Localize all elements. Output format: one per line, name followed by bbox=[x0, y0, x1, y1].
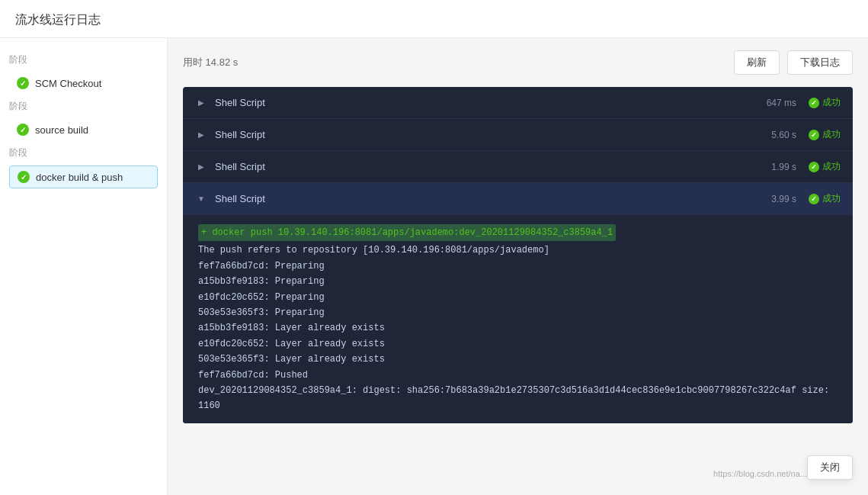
script-time-2: 5.60 s bbox=[771, 130, 796, 140]
toggle-icon-2: ▶ bbox=[195, 129, 207, 141]
log-line-3: a15bb3fe9183: Preparing bbox=[198, 274, 838, 289]
script-time-3: 1.99 s bbox=[771, 162, 796, 172]
sidebar-section-2: 阶段 source build bbox=[9, 100, 158, 140]
status-dot-3 bbox=[809, 162, 819, 172]
check-icon-3 bbox=[18, 171, 30, 183]
main-layout: 阶段 SCM Checkout 阶段 source build 阶段 docke… bbox=[0, 38, 868, 495]
script-name-4: Shell Script bbox=[215, 193, 771, 204]
download-log-button[interactable]: 下载日志 bbox=[787, 50, 853, 75]
log-line-4: e10fdc20c652: Preparing bbox=[198, 290, 838, 305]
status-badge-3: 成功 bbox=[809, 160, 841, 173]
check-icon-2 bbox=[17, 124, 29, 136]
log-line-1: The push refers to repository [10.39.140… bbox=[198, 243, 838, 258]
script-time-1: 647 ms bbox=[767, 98, 796, 108]
script-name-2: Shell Script bbox=[215, 129, 771, 140]
log-line-5: 503e53e365f3: Preparing bbox=[198, 305, 838, 320]
content-header: 用时 14.82 s 刷新 下载日志 bbox=[183, 50, 853, 75]
sidebar-item-label-2: source build bbox=[35, 124, 88, 136]
status-badge-1: 成功 bbox=[809, 96, 841, 109]
log-line-2: fef7a66bd7cd: Preparing bbox=[198, 259, 838, 274]
time-info: 用时 14.82 s bbox=[183, 56, 238, 69]
status-text-2: 成功 bbox=[822, 128, 841, 141]
sidebar: 阶段 SCM Checkout 阶段 source build 阶段 docke… bbox=[0, 38, 168, 495]
log-line-9: fef7a66bd7cd: Pushed bbox=[198, 368, 838, 383]
sidebar-section-3: 阶段 docker build & push bbox=[9, 146, 158, 188]
script-row-3[interactable]: ▶ Shell Script 1.99 s 成功 bbox=[183, 151, 853, 183]
stage-label-1: 阶段 bbox=[9, 53, 158, 66]
status-text-4: 成功 bbox=[822, 192, 841, 205]
toggle-icon-3: ▶ bbox=[195, 161, 207, 173]
script-time-4: 3.99 s bbox=[771, 194, 796, 204]
script-name-1: Shell Script bbox=[215, 97, 767, 108]
script-name-3: Shell Script bbox=[215, 161, 771, 172]
sidebar-item-docker-build-push[interactable]: docker build & push bbox=[9, 166, 158, 188]
script-row-4[interactable]: ▼ Shell Script 3.99 s 成功 bbox=[183, 183, 853, 215]
stage-label-2: 阶段 bbox=[9, 100, 158, 113]
status-text-3: 成功 bbox=[822, 160, 841, 173]
sidebar-item-label-3: docker build & push bbox=[36, 172, 123, 183]
log-line-0: + docker push 10.39.140.196:8081/apps/ja… bbox=[198, 224, 616, 241]
log-line-8: 503e53e365f3: Layer already exists bbox=[198, 352, 838, 367]
refresh-button[interactable]: 刷新 bbox=[734, 50, 780, 75]
stage-label-3: 阶段 bbox=[9, 146, 158, 159]
sidebar-item-label: SCM Checkout bbox=[35, 78, 101, 89]
status-dot-1 bbox=[809, 98, 819, 108]
log-line-10: dev_20201129084352_c3859a4_1: digest: sh… bbox=[198, 383, 838, 414]
log-line-7: e10fdc20c652: Layer already exists bbox=[198, 336, 838, 352]
script-row-2[interactable]: ▶ Shell Script 5.60 s 成功 bbox=[183, 119, 853, 151]
status-badge-4: 成功 bbox=[809, 192, 841, 205]
page-header: 流水线运行日志 bbox=[0, 0, 868, 38]
toggle-icon-1: ▶ bbox=[195, 97, 207, 109]
status-dot-2 bbox=[809, 130, 819, 140]
header-buttons: 刷新 下载日志 bbox=[734, 50, 853, 75]
watermark: https://blog.csdn.net/na... bbox=[713, 469, 807, 478]
check-icon bbox=[17, 77, 29, 89]
toggle-icon-4: ▼ bbox=[195, 193, 207, 205]
status-text-1: 成功 bbox=[822, 96, 841, 109]
log-output: + docker push 10.39.140.196:8081/apps/ja… bbox=[183, 215, 853, 423]
status-badge-2: 成功 bbox=[809, 128, 841, 141]
close-button[interactable]: 关闭 bbox=[807, 455, 853, 480]
script-row-1[interactable]: ▶ Shell Script 647 ms 成功 bbox=[183, 87, 853, 119]
status-dot-4 bbox=[809, 194, 819, 204]
log-line-6: a15bb3fe9183: Layer already exists bbox=[198, 320, 838, 336]
sidebar-section-1: 阶段 SCM Checkout bbox=[9, 53, 158, 94]
sidebar-item-scm-checkout[interactable]: SCM Checkout bbox=[9, 72, 158, 94]
page-title: 流水线运行日志 bbox=[15, 13, 101, 26]
sidebar-item-source-build[interactable]: source build bbox=[9, 119, 158, 140]
log-panel: ▶ Shell Script 647 ms 成功 ▶ Shell Script … bbox=[183, 87, 853, 423]
content-area: 用时 14.82 s 刷新 下载日志 ▶ Shell Script 647 ms… bbox=[168, 38, 868, 495]
